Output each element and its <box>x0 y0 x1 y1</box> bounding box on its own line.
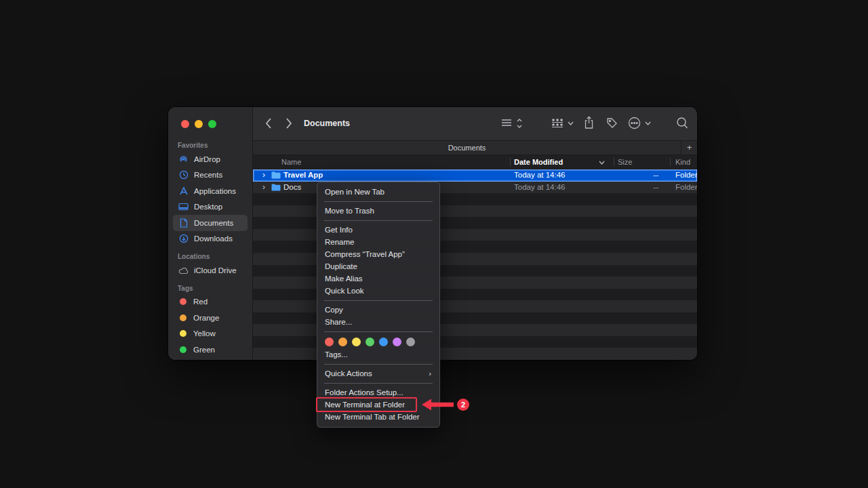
folder-icon <box>271 171 281 179</box>
sidebar-section-locations: Locations <box>178 253 248 260</box>
submenu-chevron-icon: › <box>429 367 431 380</box>
sidebar-item-desktop[interactable]: Desktop <box>173 199 248 216</box>
sidebar-item-label: Documents <box>194 219 233 227</box>
sidebar-item-tag-green[interactable]: Green <box>173 342 248 358</box>
forward-button[interactable] <box>285 117 292 129</box>
tag-color-green[interactable] <box>366 338 374 346</box>
sidebar-section-favorites: Favorites <box>178 142 248 149</box>
back-button[interactable] <box>265 117 272 129</box>
sidebar-item-recents[interactable]: Recents <box>173 167 248 184</box>
menu-separator <box>324 220 433 221</box>
menu-item-quick-actions[interactable]: Quick Actions › <box>317 367 439 380</box>
disclosure-chevron-icon[interactable]: › <box>262 182 265 194</box>
close-window-button[interactable] <box>181 120 189 128</box>
more-actions-chevron-icon[interactable] <box>645 121 651 126</box>
sidebar-section-tags: Tags <box>178 285 248 292</box>
sidebar-item-label: Yellow <box>193 329 216 338</box>
tag-color-gray[interactable] <box>406 338 415 346</box>
sidebar-item-downloads[interactable]: Downloads <box>173 231 248 247</box>
sidebar-item-tag-yellow[interactable]: Yellow <box>173 326 248 342</box>
folder-icon <box>271 184 281 191</box>
list-view-icon[interactable] <box>501 119 512 128</box>
sidebar-item-documents[interactable]: Documents <box>173 215 248 231</box>
sidebar-item-label: Orange <box>193 314 219 322</box>
menu-item-quick-look[interactable]: Quick Look <box>317 285 439 297</box>
tag-icon[interactable] <box>606 117 618 129</box>
sidebar-item-label: Green <box>193 346 215 354</box>
column-header-size[interactable]: Size <box>618 155 632 169</box>
sidebar-item-label: Recents <box>194 171 222 179</box>
annotation-step-badge: 2 <box>457 399 469 411</box>
view-updown-chevron-icon[interactable] <box>516 117 523 130</box>
menu-item-get-info[interactable]: Get Info <box>317 224 439 236</box>
tag-color-yellow[interactable] <box>352 338 361 346</box>
file-row-travel-app[interactable]: › Travel App Today at 14:46 -- Folder <box>253 169 697 182</box>
file-date: Today at 14:46 <box>514 182 565 194</box>
minimize-window-button[interactable] <box>195 120 203 128</box>
disclosure-chevron-icon[interactable]: › <box>262 169 265 182</box>
file-name: Docs <box>283 182 301 194</box>
menu-separator <box>324 383 433 384</box>
menu-item-new-terminal-at-folder[interactable]: New Terminal at Folder 2 <box>317 399 439 411</box>
menu-item-folder-actions-setup[interactable]: Folder Actions Setup... <box>317 386 439 399</box>
column-header-kind[interactable]: Kind <box>675 155 690 169</box>
tag-yellow-icon <box>180 330 186 337</box>
sidebar-item-airdrop[interactable]: AirDrop <box>173 151 248 167</box>
file-date: Today at 14:46 <box>514 169 565 182</box>
file-name: Travel App <box>283 169 323 182</box>
menu-item-compress[interactable]: Compress “Travel App” <box>317 248 439 260</box>
menu-item-make-alias[interactable]: Make Alias <box>317 272 439 285</box>
sidebar: Favorites AirDrop Recents <box>168 107 253 360</box>
window-title: Documents <box>304 107 350 140</box>
tag-color-orange[interactable] <box>338 338 347 346</box>
menu-item-share[interactable]: Share... <box>317 316 439 328</box>
sidebar-item-label: Downloads <box>194 235 233 243</box>
tag-color-blue[interactable] <box>379 338 388 346</box>
sort-chevron-icon <box>599 160 605 165</box>
annotation-arrow: 2 <box>420 398 522 411</box>
document-icon <box>178 217 189 228</box>
menu-item-tags[interactable]: Tags... <box>317 348 439 361</box>
sidebar-item-tag-orange[interactable]: Orange <box>173 310 248 326</box>
menu-item-rename[interactable]: Rename <box>317 236 439 248</box>
sidebar-item-label: Applications <box>194 187 236 195</box>
clock-icon <box>178 169 189 181</box>
menu-item-new-terminal-tab-at-folder[interactable]: New Terminal Tab at Folder <box>317 411 439 423</box>
tag-color-red[interactable] <box>325 338 334 346</box>
tag-red-icon <box>180 298 186 305</box>
cloud-icon <box>178 264 189 276</box>
window-controls <box>168 107 252 136</box>
tag-orange-icon <box>180 314 186 321</box>
search-icon[interactable] <box>676 117 688 129</box>
menu-item-move-to-trash[interactable]: Move to Trash <box>317 205 439 217</box>
column-header-name[interactable]: Name <box>281 155 301 169</box>
group-by-icon[interactable] <box>551 118 564 129</box>
zoom-window-button[interactable] <box>208 120 216 128</box>
menu-item-copy[interactable]: Copy <box>317 304 439 316</box>
toolbar: Documents <box>253 107 697 140</box>
sidebar-item-tag-red[interactable]: Red <box>173 294 248 310</box>
sidebar-item-icloud-drive[interactable]: iCloud Drive <box>173 262 248 279</box>
tag-color-purple[interactable] <box>393 338 401 346</box>
sidebar-item-label: Desktop <box>194 203 222 211</box>
menu-item-duplicate[interactable]: Duplicate <box>317 260 439 272</box>
tab-bar: Documents + <box>253 140 697 155</box>
airdrop-icon <box>178 153 189 165</box>
column-headers: Name Date Modified Size Kind <box>253 155 697 169</box>
tag-color-row <box>317 335 439 348</box>
downloads-icon <box>178 233 189 245</box>
new-tab-button[interactable]: + <box>681 141 697 155</box>
applications-icon <box>178 185 189 197</box>
group-by-chevron-icon[interactable] <box>568 121 574 126</box>
menu-item-open-in-new-tab[interactable]: Open in New Tab <box>317 186 439 198</box>
menu-separator <box>324 300 433 301</box>
tag-green-icon <box>180 346 186 353</box>
sidebar-item-applications[interactable]: Applications <box>173 183 248 199</box>
column-header-date-modified[interactable]: Date Modified <box>514 155 563 169</box>
more-actions-icon[interactable] <box>628 117 641 129</box>
tab-documents[interactable]: Documents <box>253 141 681 155</box>
file-kind: Folder <box>675 169 697 182</box>
sidebar-item-label: iCloud Drive <box>194 266 237 274</box>
share-icon[interactable] <box>584 116 594 129</box>
sidebar-item-label: AirDrop <box>194 155 220 163</box>
